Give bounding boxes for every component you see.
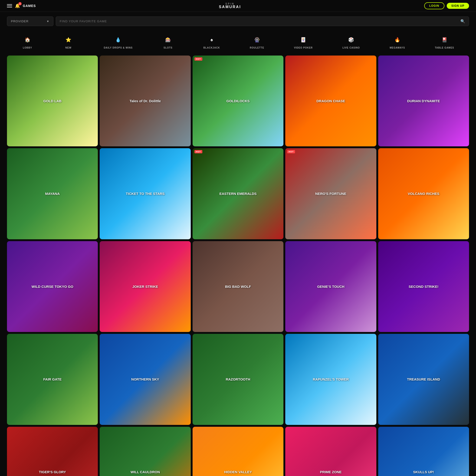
category-icon-new: ⭐ <box>63 35 73 45</box>
game-card[interactable]: BIG BAD WOLF <box>193 241 283 332</box>
game-card[interactable]: RAPUNZEL'S TOWER <box>285 334 376 425</box>
game-title: GENIE'S TOUCH <box>317 285 344 289</box>
game-title: SECOND STRIKE! <box>409 285 438 289</box>
category-label-megaways: MEGAWAYS <box>390 47 405 49</box>
category-label-live-casino: LIVE CASINO <box>342 47 360 49</box>
header-left: 🔔 0 GAMES <box>7 3 36 8</box>
game-card[interactable]: GOLD LAB <box>7 55 98 146</box>
game-title: MAYANA <box>45 192 60 196</box>
search-input[interactable] <box>60 19 458 23</box>
logo-samurai: SAMURAI <box>219 5 241 9</box>
game-card[interactable]: HOT GOLDILOCKS <box>193 55 283 146</box>
notification-count: 0 <box>18 2 22 5</box>
category-item-blackjack[interactable]: ♠️ BLACKJACK <box>200 33 224 51</box>
category-label-new: NEW <box>65 47 71 49</box>
category-item-megaways[interactable]: 🔥 MEGAWAYS <box>386 33 409 51</box>
game-card-inner: DURIAN DYNAMITE <box>378 55 469 146</box>
game-card[interactable]: PRIME ZONE <box>285 427 376 476</box>
game-card[interactable]: Tales of Dr. Dolittle <box>100 55 190 146</box>
game-grid: GOLD LAB Tales of Dr. Dolittle HOT GOLDI… <box>0 55 476 476</box>
game-card[interactable]: RAZORTOOTH <box>193 334 283 425</box>
category-icon-video-poker: 🃏 <box>299 35 308 45</box>
game-title: FAIR GATE <box>43 377 62 381</box>
hot-badge: HOT <box>287 150 295 153</box>
game-title: TIGER'S GLORY <box>39 470 66 474</box>
header-right: LOGIN SIGN UP <box>424 2 469 9</box>
game-card-inner: BIG BAD WOLF <box>193 241 283 332</box>
game-card[interactable]: DURIAN DYNAMITE <box>378 55 469 146</box>
game-card-inner: WILL CAULDRON <box>100 427 190 476</box>
game-card[interactable]: GENIE'S TOUCH <box>285 241 376 332</box>
provider-dropdown[interactable]: PROVIDER ▼ <box>7 17 53 26</box>
game-card[interactable]: SKULLS UP! <box>378 427 469 476</box>
game-title: NERO'S FORTUNE <box>315 192 346 196</box>
category-item-live-casino[interactable]: 🎲 LIVE CASINO <box>339 33 364 51</box>
category-item-lobby[interactable]: 🏠 LOBBY <box>18 33 37 51</box>
game-card-inner: TICKET TO THE STARS <box>100 148 190 239</box>
game-card-inner: PRIME ZONE <box>285 427 376 476</box>
game-card-inner: Tales of Dr. Dolittle <box>100 55 190 146</box>
category-icon-megaways: 🔥 <box>392 35 402 45</box>
game-card[interactable]: SECOND STRIKE! <box>378 241 469 332</box>
category-label-slots: SLOTS <box>164 47 172 49</box>
game-card[interactable]: HOT NERO'S FORTUNE <box>285 148 376 239</box>
game-card[interactable]: TICKET TO THE STARS <box>100 148 190 239</box>
game-title: Tales of Dr. Dolittle <box>130 99 161 103</box>
menu-icon[interactable] <box>7 4 12 7</box>
category-icon-lobby: 🏠 <box>22 35 32 45</box>
game-title: EASTERN EMERALDS <box>219 192 256 196</box>
category-nav: 🏠 LOBBY ⭐ NEW 💧 DAILY DROPS & WINS 🎰 SLO… <box>0 31 476 55</box>
game-card-inner: HOT GOLDILOCKS <box>193 55 283 146</box>
game-card[interactable]: DRAGON CHASE <box>285 55 376 146</box>
category-item-table-games[interactable]: 🎴 TABLE GAMES <box>431 33 458 51</box>
category-label-daily-drops: DAILY DROPS & WINS <box>104 47 133 49</box>
game-card[interactable]: VOLCANO RICHES <box>378 148 469 239</box>
game-title: JOKER STRIKE <box>132 285 158 289</box>
category-item-video-poker[interactable]: 🃏 VIDEO POKER <box>290 33 316 51</box>
category-icon-daily-drops: 💧 <box>113 35 123 45</box>
game-card-inner: WILD CURSE TOKYO GO <box>7 241 98 332</box>
notification-icon[interactable]: 🔔 0 <box>15 3 20 8</box>
game-card-inner: MAYANA <box>7 148 98 239</box>
game-card[interactable]: MAYANA <box>7 148 98 239</box>
game-card-inner: HOT NERO'S FORTUNE <box>285 148 376 239</box>
game-title: GOLDILOCKS <box>226 99 250 103</box>
hot-badge: HOT <box>194 57 202 61</box>
category-item-new[interactable]: ⭐ NEW <box>59 33 78 51</box>
game-card[interactable]: WILD CURSE TOKYO GO <box>7 241 98 332</box>
category-icon-live-casino: 🎲 <box>346 35 356 45</box>
game-card-inner: SECOND STRIKE! <box>378 241 469 332</box>
game-card[interactable]: TIGER'S GLORY <box>7 427 98 476</box>
site-logo: SPIN SAMURAI <box>219 3 241 9</box>
game-card-inner: FAIR GATE <box>7 334 98 425</box>
search-icon[interactable]: 🔍 <box>460 19 465 23</box>
game-card[interactable]: TREASURE ISLAND <box>378 334 469 425</box>
category-item-daily-drops[interactable]: 💧 DAILY DROPS & WINS <box>100 33 136 51</box>
login-button[interactable]: LOGIN <box>424 2 444 9</box>
category-icon-table-games: 🎴 <box>440 35 449 45</box>
game-card-inner: GENIE'S TOUCH <box>285 241 376 332</box>
category-item-roulette[interactable]: 🎡 ROULETTE <box>246 33 268 51</box>
game-title: DURIAN DYNAMITE <box>407 99 440 103</box>
game-card-inner: TIGER'S GLORY <box>7 427 98 476</box>
game-card[interactable]: FAIR GATE <box>7 334 98 425</box>
game-card[interactable]: HOT EASTERN EMERALDS <box>193 148 283 239</box>
game-card-inner: DRAGON CHASE <box>285 55 376 146</box>
category-label-roulette: ROULETTE <box>250 47 264 49</box>
game-card-inner: RAZORTOOTH <box>193 334 283 425</box>
category-label-blackjack: BLACKJACK <box>204 47 220 49</box>
signup-button[interactable]: SIGN UP <box>447 3 469 9</box>
game-card[interactable]: HIDDEN VALLEY <box>193 427 283 476</box>
category-item-slots[interactable]: 🎰 SLOTS <box>159 33 177 51</box>
game-card[interactable]: NORTHERN SKY <box>100 334 190 425</box>
game-card-inner: TREASURE ISLAND <box>378 334 469 425</box>
category-icon-blackjack: ♠️ <box>207 35 217 45</box>
game-card[interactable]: JOKER STRIKE <box>100 241 190 332</box>
hot-badge: HOT <box>194 150 202 153</box>
game-card-inner: VOLCANO RICHES <box>378 148 469 239</box>
game-title: BIG BAD WOLF <box>225 285 251 289</box>
games-label: GAMES <box>23 4 36 8</box>
game-card-inner: HIDDEN VALLEY <box>193 427 283 476</box>
game-card[interactable]: WILL CAULDRON <box>100 427 190 476</box>
game-title: RAZORTOOTH <box>226 377 250 381</box>
